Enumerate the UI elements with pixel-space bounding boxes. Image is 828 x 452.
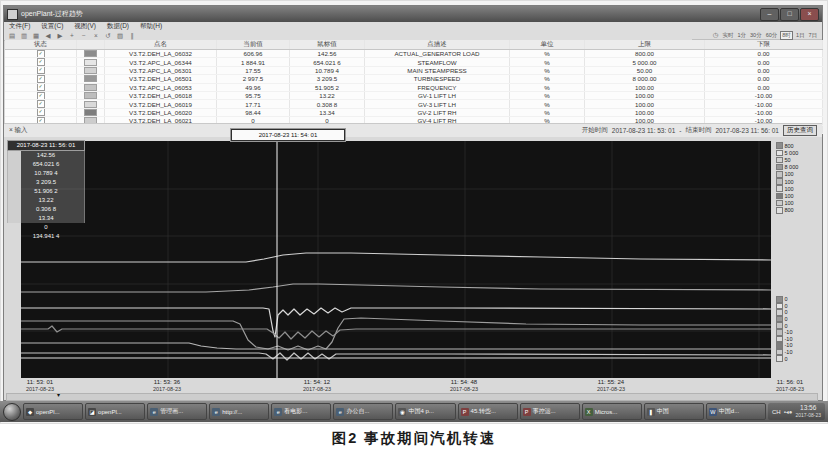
low-limit-cell: -10.00	[705, 109, 823, 116]
taskbar-button[interactable]: ehttp://...	[209, 403, 269, 420]
table-row[interactable]: ✓V3.T2.APC_LA_063441 884.91654.021 6STEA…	[5, 58, 823, 66]
curve-color-swatch	[84, 84, 97, 91]
table-row[interactable]: ✓V3.T2.DEH_LA_0602098.4413.34GV-2 LIFT R…	[5, 109, 823, 117]
range-option-realtime[interactable]: 实时	[722, 32, 735, 39]
step-forward-icon[interactable]: ▶	[56, 32, 64, 40]
taskbar-button[interactable]: ◉中国4 p...	[395, 403, 455, 420]
row-checkbox[interactable]: ✓	[37, 109, 45, 116]
description-cell: MAIN STEAMPRESS	[365, 67, 510, 74]
range-option-60min[interactable]: 60分	[765, 32, 779, 39]
scroll-marker[interactable]: ▾	[57, 391, 60, 398]
menu-item-help[interactable]: 帮助(H)	[140, 22, 162, 31]
taskbar-button[interactable]: W中国d...	[706, 403, 766, 420]
range-option-8hr[interactable]: 8时	[780, 31, 793, 40]
minimize-button[interactable]: –	[760, 8, 779, 21]
scale-value: 0	[785, 356, 788, 362]
row-checkbox[interactable]: ✓	[37, 58, 45, 65]
curve-gv1-lift	[21, 343, 771, 349]
mouse-value-cell: 51.905 2	[290, 84, 365, 91]
row-checkbox[interactable]: ✓	[37, 92, 45, 99]
unit-cell: %	[510, 109, 585, 116]
scale-value: 5 000	[785, 150, 799, 156]
zoom-out-icon[interactable]: −	[80, 32, 88, 40]
refresh-icon[interactable]: ↺	[104, 32, 112, 40]
range-option-1day[interactable]: 1日	[795, 32, 806, 39]
trend-plot[interactable]: 2017-08-23 11: 56: 01 142.56654.021 610.…	[21, 141, 771, 378]
scale-item-high: 100	[776, 171, 822, 178]
table-body: ✓V3.T2.DEH_LA_06032606.96142.56ACTUAL_GE…	[5, 50, 823, 134]
tray-icon[interactable]: ●	[789, 409, 793, 415]
point-name-cell: V3.T2.APC_LA_06301	[105, 67, 217, 74]
chart-scrollbar[interactable]: ▾	[6, 393, 818, 401]
menu-item-view[interactable]: 视图(V)	[74, 22, 96, 31]
maximize-button[interactable]: □	[780, 8, 799, 21]
taskbar-button[interactable]: ◪openPl...	[85, 403, 145, 420]
app-window: openPlant-过程趋势 – □ × 文件(F)设置(C)视图(V)数据(D…	[3, 5, 823, 401]
start-button[interactable]	[3, 403, 21, 421]
close-button[interactable]: ×	[800, 8, 819, 21]
taskbar-button[interactable]: ◆openPl...	[23, 403, 83, 420]
taskbar-button-label: Micros...	[595, 409, 618, 415]
taskbar-button[interactable]: e看电影...	[271, 403, 331, 420]
step-back-icon[interactable]: ◀	[44, 32, 52, 40]
save-icon[interactable]: ▥	[20, 32, 28, 40]
delete-icon[interactable]: ×	[92, 32, 100, 40]
unit-cell: %	[510, 58, 585, 65]
range-option-30min[interactable]: 30分	[749, 32, 763, 39]
taskbar-button-label: 中国	[657, 407, 669, 416]
row-checkbox[interactable]: ✓	[37, 67, 45, 74]
x-tick-label: 11: 53: 362017-08-23	[153, 379, 181, 393]
row-checkbox[interactable]: ✓	[37, 50, 45, 57]
print-icon[interactable]: ▦	[32, 32, 40, 40]
zoom-in-icon[interactable]: +	[68, 32, 76, 40]
table-row[interactable]: ✓V3.T2.DEH_LA_065012 997.53 209.5TURBNES…	[5, 75, 823, 83]
range-option-1min[interactable]: 1分	[737, 32, 748, 39]
table-row[interactable]: ✓V3.T2.DEH_LA_0601917.710.308 8GV-3 LIFT…	[5, 100, 823, 108]
cursor-tooltip: 2017-08-23 11: 54: 01	[231, 129, 345, 141]
taskbar-button[interactable]: e办公自...	[333, 403, 393, 420]
table-row[interactable]: ✓V3.T2.APC_LA_0605349.9651.905 2FREQUENC…	[5, 84, 823, 92]
right-scale-low: 00000-10-10-10-100	[776, 296, 822, 362]
curve-main-steampress	[21, 308, 771, 337]
current-value-cell: 2 997.5	[217, 75, 290, 82]
history-query-button[interactable]: 历史查询	[783, 125, 817, 136]
menu-item-data[interactable]: 数据(D)	[107, 22, 129, 31]
taskbar-button[interactable]: ❚中国	[644, 403, 704, 420]
start-time-value[interactable]: 2017-08-23 11: 53: 01	[612, 127, 676, 134]
scale-swatch	[776, 193, 783, 200]
menu-item-file[interactable]: 文件(F)	[9, 22, 30, 31]
taskbar-button-label: 中国4 p...	[408, 407, 433, 416]
unit-cell: %	[510, 50, 585, 57]
point-name-cell: V3.T2.DEH_LA_06501	[105, 75, 217, 82]
chart-zone: 2017-08-23 11: 54: 01 2017-08-23 11: 56:…	[4, 137, 822, 400]
taskbar-button-label: 看电影...	[284, 407, 307, 416]
high-limit-cell: 100.00	[585, 109, 705, 116]
language-indicator[interactable]: CH	[772, 409, 781, 415]
taskbar-button[interactable]: P事控运...	[520, 403, 580, 420]
table-row[interactable]: ✓V3.T2.APC_LA_0630117.5510.789 4MAIN STE…	[5, 67, 823, 75]
row-checkbox[interactable]: ✓	[37, 84, 45, 91]
menu-item-settings[interactable]: 设置(C)	[41, 22, 63, 31]
taskbar-button[interactable]: e管理画...	[147, 403, 207, 420]
grid-icon[interactable]: ▧	[116, 32, 124, 40]
point-name-cell: V3.T2.DEH_LA_06020	[105, 109, 217, 116]
open-icon[interactable]: ▤	[8, 32, 16, 40]
table-row[interactable]: ✓V3.T2.DEH_LA_0601895.7513.22GV-1 LIFT L…	[5, 92, 823, 100]
taskbar-button[interactable]: XMicros...	[582, 403, 642, 420]
scale-swatch	[776, 185, 783, 192]
point-name-cell: V3.T2.DEH_LA_06019	[105, 100, 217, 107]
pause-icon[interactable]: ∥	[128, 32, 136, 40]
taskbar-button[interactable]: P45.转些...	[458, 403, 518, 420]
curve-turbinespeed	[21, 318, 771, 350]
row-checkbox[interactable]: ✓	[37, 75, 45, 82]
column-header: 下限	[705, 40, 823, 49]
pl-doc-icon: P	[523, 408, 531, 416]
end-time-value[interactable]: 2017-08-23 11: 56: 01	[716, 127, 780, 134]
row-checkbox[interactable]: ✓	[37, 100, 45, 107]
column-header: 单位	[510, 40, 585, 49]
range-option-7day[interactable]: 7日	[807, 32, 818, 39]
table-row[interactable]: ✓V3.T2.DEH_LA_06032606.96142.56ACTUAL_GE…	[5, 50, 823, 58]
mouse-value-cell: 0.308 8	[290, 100, 365, 107]
clock-time: 13:56	[795, 404, 821, 412]
curve-steamflow	[21, 284, 771, 292]
